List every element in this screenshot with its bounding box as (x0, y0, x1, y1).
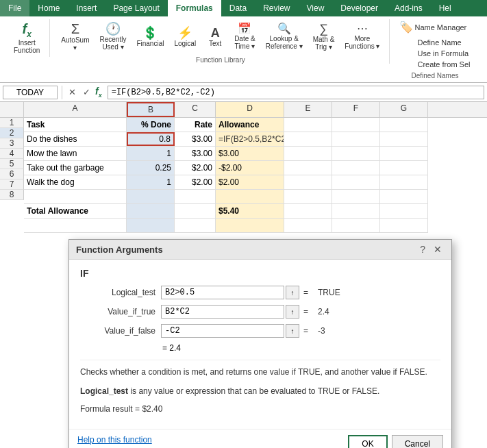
cell-a1[interactable]: Task (24, 118, 127, 132)
cell-f6[interactable] (332, 190, 380, 203)
autosum-button[interactable]: Σ AutoSum▾ (57, 19, 93, 54)
financial-button[interactable]: 💲 Financial (132, 24, 168, 50)
cell-e4[interactable] (284, 161, 332, 175)
insert-function-button[interactable]: fx InsertFunction (10, 19, 44, 57)
tab-file[interactable]: File (0, 0, 29, 16)
ok-button[interactable]: OK (348, 435, 387, 448)
cell-g8[interactable] (380, 219, 428, 232)
cell-d5[interactable]: $2.00 (216, 175, 284, 189)
cell-e6[interactable] (284, 190, 332, 203)
cell-b7[interactable] (127, 204, 175, 218)
cell-e8[interactable] (284, 219, 332, 232)
cell-g1[interactable] (380, 118, 428, 132)
tab-data[interactable]: Data (221, 0, 255, 16)
cancel-button[interactable]: Cancel (392, 435, 443, 448)
define-name-button[interactable]: Define Name (414, 37, 473, 48)
cell-g2[interactable] (380, 132, 428, 146)
dialog-close-button[interactable]: ✕ (431, 244, 445, 255)
row-header-6[interactable]: 6 (0, 169, 24, 179)
col-header-d[interactable]: D (216, 102, 284, 117)
cell-g6[interactable] (380, 190, 428, 203)
cell-d3[interactable]: $3.00 (216, 147, 284, 160)
help-link[interactable]: Help on this function (77, 435, 152, 448)
cell-b4[interactable]: 0.25 (127, 161, 175, 175)
cell-f8[interactable] (332, 219, 380, 232)
cell-c8[interactable] (175, 219, 216, 232)
tab-help[interactable]: Hel (431, 0, 460, 16)
tab-home[interactable]: Home (29, 0, 68, 16)
logical-test-collapse-button[interactable]: ↑ (286, 286, 299, 299)
cell-g5[interactable] (380, 175, 428, 189)
logical-button[interactable]: ⚡ Logical (170, 24, 200, 50)
cell-g4[interactable] (380, 161, 428, 175)
create-from-sel-button[interactable]: Create from Sel (414, 59, 473, 70)
logical-test-input[interactable] (161, 286, 284, 299)
value-if-false-collapse-button[interactable]: ↑ (286, 324, 299, 338)
tab-insert[interactable]: Insert (68, 0, 105, 16)
cell-c6[interactable] (175, 190, 216, 203)
tab-page-layout[interactable]: Page Layout (105, 0, 167, 16)
cell-c5[interactable]: $2.00 (175, 175, 216, 189)
cell-g7[interactable] (380, 204, 428, 218)
cell-a4[interactable]: Take out the garbage (24, 161, 127, 175)
cell-d6[interactable] (216, 190, 284, 203)
cell-b1[interactable]: % Done (127, 118, 175, 132)
date-time-button[interactable]: 📅 Date &Time ▾ (230, 21, 260, 53)
cell-d7[interactable]: $5.40 (216, 204, 284, 218)
cell-b2[interactable]: 0.8 (127, 132, 175, 146)
row-header-1[interactable]: 1 (0, 118, 24, 128)
cell-b3[interactable]: 1 (127, 147, 175, 160)
cell-e2[interactable] (284, 132, 332, 146)
tab-developer[interactable]: Developer (332, 0, 386, 16)
col-header-b[interactable]: B (127, 102, 175, 117)
cell-f1[interactable] (332, 118, 380, 132)
row-header-3[interactable]: 3 (0, 138, 24, 149)
cell-b8[interactable] (127, 219, 175, 232)
cell-f2[interactable] (332, 132, 380, 146)
col-header-c[interactable]: C (175, 102, 216, 117)
recently-used-button[interactable]: 🕐 RecentlyUsed ▾ (96, 20, 131, 53)
cell-g3[interactable] (380, 147, 428, 160)
math-trig-button[interactable]: ∑ Math &Trig ▾ (309, 20, 339, 53)
col-header-f[interactable]: F (332, 102, 380, 117)
cell-a5[interactable]: Walk the dog (24, 175, 127, 189)
row-header-8[interactable]: 8 (0, 190, 24, 200)
cell-a7[interactable]: Total Allowance (24, 204, 127, 218)
tab-view[interactable]: View (299, 0, 333, 16)
cell-e5[interactable] (284, 175, 332, 189)
use-in-formula-button[interactable]: Use in Formula (414, 48, 473, 59)
cell-d2[interactable]: =IF(B2>0.5,B2*C2,-C2) (216, 132, 284, 146)
cell-a3[interactable]: Mow the lawn (24, 147, 127, 160)
cell-d1[interactable]: Allowance (216, 118, 284, 132)
col-header-a[interactable]: A (24, 102, 127, 117)
cell-f3[interactable] (332, 147, 380, 160)
cell-c7[interactable] (175, 204, 216, 218)
value-if-false-input[interactable] (161, 324, 284, 338)
cell-a8[interactable] (24, 219, 127, 232)
text-button[interactable]: A Text (202, 24, 228, 50)
col-header-g[interactable]: G (380, 102, 428, 117)
cell-d8[interactable] (216, 219, 284, 232)
lookup-ref-button[interactable]: 🔍 Lookup &Reference ▾ (262, 21, 307, 53)
dialog-help-button[interactable]: ? (417, 244, 428, 255)
cell-e7[interactable] (284, 204, 332, 218)
cell-a6[interactable] (24, 190, 127, 203)
cell-c3[interactable]: $3.00 (175, 147, 216, 160)
row-header-4[interactable]: 4 (0, 149, 24, 159)
name-manager-button[interactable]: 🏷️ Name Manager (397, 19, 469, 35)
cell-c4[interactable]: $2.00 (175, 161, 216, 175)
row-header-5[interactable]: 5 (0, 159, 24, 169)
cell-c2[interactable]: $3.00 (175, 132, 216, 146)
cell-e1[interactable] (284, 118, 332, 132)
cell-e3[interactable] (284, 147, 332, 160)
cell-b5[interactable]: 1 (127, 175, 175, 189)
cell-c1[interactable]: Rate (175, 118, 216, 132)
more-functions-button[interactable]: ⋯ MoreFunctions ▾ (340, 21, 384, 53)
cell-a2[interactable]: Do the dishes (24, 132, 127, 146)
value-if-true-collapse-button[interactable]: ↑ (286, 305, 299, 319)
confirm-formula-icon[interactable]: ✓ (81, 86, 92, 98)
formula-input[interactable] (108, 86, 484, 99)
tab-review[interactable]: Review (255, 0, 298, 16)
cell-f4[interactable] (332, 161, 380, 175)
row-header-7[interactable]: 7 (0, 179, 24, 190)
